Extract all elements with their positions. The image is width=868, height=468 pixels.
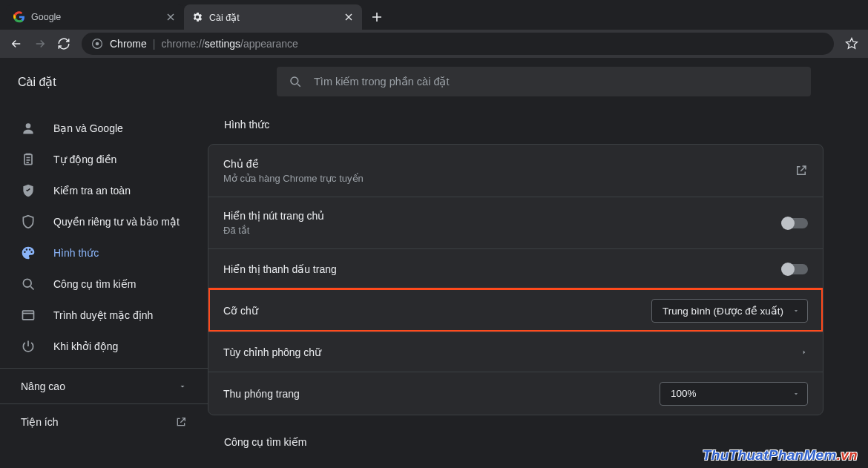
select-value: 100%: [671, 388, 697, 399]
sidebar-item-label: Tự động điền: [53, 154, 116, 165]
tab-strip: Google Cài đặt: [0, 0, 868, 30]
sidebar-item-appearance[interactable]: Hình thức: [0, 237, 196, 268]
sidebar-extensions[interactable]: Tiện ích: [0, 403, 208, 439]
sidebar-item-label: Quyền riêng tư và bảo mật: [53, 216, 180, 228]
palette-icon: [21, 245, 36, 260]
row-label: Hiển thị nút trang chủ: [223, 210, 783, 222]
reload-button[interactable]: [53, 33, 74, 54]
sidebar-item-label: Công cụ tìm kiếm: [53, 278, 136, 290]
window-icon: [21, 308, 36, 323]
page-title: Cài đặt: [18, 75, 277, 89]
sidebar-item-on-startup[interactable]: Khi khởi động: [0, 331, 196, 362]
shield-check-icon: [21, 183, 36, 198]
page-zoom-select[interactable]: 100%: [660, 382, 808, 406]
tab-title: Google: [31, 12, 165, 22]
main-panel: Hình thức Chủ đề Mở cửa hàng Chrome trực…: [208, 105, 868, 468]
search-input[interactable]: [314, 76, 799, 88]
close-icon[interactable]: [343, 11, 355, 23]
chrome-icon: [92, 39, 102, 49]
row-theme[interactable]: Chủ đề Mở cửa hàng Chrome trực tuyến: [208, 145, 823, 197]
power-icon: [21, 339, 36, 354]
shield-icon: [21, 214, 36, 229]
external-link-icon: [175, 416, 187, 428]
sidebar-item-privacy[interactable]: Quyền riêng tư và bảo mật: [0, 206, 196, 237]
home-button-toggle[interactable]: [783, 218, 808, 228]
sidebar-item-safety-check[interactable]: Kiểm tra an toàn: [0, 175, 196, 206]
new-tab-button[interactable]: [366, 7, 387, 27]
chevron-down-icon: [178, 382, 187, 391]
row-customize-fonts[interactable]: Tùy chỉnh phông chữ: [208, 332, 823, 372]
chevron-down-icon: [792, 307, 800, 314]
gear-icon: [191, 11, 203, 23]
chevron-right-icon: [800, 347, 808, 357]
svg-point-1: [96, 42, 99, 46]
svg-rect-6: [23, 311, 34, 320]
select-value: Trung bình (Được đề xuất): [662, 305, 783, 317]
sidebar-item-search-engine[interactable]: Công cụ tìm kiếm: [0, 268, 196, 300]
row-label: Hiển thị thanh dấu trang: [223, 263, 783, 275]
chevron-down-icon: [792, 390, 800, 398]
tab-title: Cài đặt: [209, 12, 343, 23]
sidebar-item-label: Khi khởi động: [53, 340, 118, 352]
back-button[interactable]: [6, 33, 27, 54]
row-home-button: Hiển thị nút trang chủ Đã tắt: [208, 197, 823, 248]
font-size-select[interactable]: Trung bình (Được đề xuất): [651, 299, 808, 323]
sidebar-item-label: Trình duyệt mặc định: [53, 309, 153, 321]
url-host: settings: [205, 38, 240, 50]
row-font-size: Cỡ chữ Trung bình (Được đề xuất): [208, 289, 823, 332]
person-icon: [21, 121, 36, 136]
settings-search[interactable]: [277, 67, 811, 96]
search-icon: [21, 277, 36, 291]
toolbar: Chrome | chrome://settings/appearance: [0, 30, 868, 58]
bookmark-star-icon[interactable]: [841, 33, 862, 54]
svg-point-2: [291, 77, 298, 85]
url-scheme: Chrome: [110, 38, 147, 50]
row-label: Cỡ chữ: [223, 305, 651, 317]
sidebar-item-default-browser[interactable]: Trình duyệt mặc định: [0, 300, 196, 331]
sidebar: Bạn và Google Tự động điền Kiểm tra an t…: [0, 105, 208, 468]
watermark: ThuThuatPhanMem.vn: [703, 447, 858, 464]
sidebar-advanced[interactable]: Nâng cao: [0, 368, 208, 403]
forward-button[interactable]: [30, 33, 50, 54]
row-label: Chủ đề: [223, 158, 795, 170]
close-icon[interactable]: [165, 11, 177, 23]
sidebar-extensions-label: Tiện ích: [21, 416, 59, 428]
section-title-appearance: Hình thức: [224, 119, 823, 131]
bookmarks-bar-toggle[interactable]: [783, 264, 808, 274]
svg-point-3: [26, 123, 31, 128]
tab-google[interactable]: Google: [6, 4, 184, 30]
row-sublabel: Mở cửa hàng Chrome trực tuyến: [223, 173, 795, 184]
clipboard-icon: [21, 152, 36, 167]
sidebar-advanced-label: Nâng cao: [21, 380, 65, 392]
svg-point-5: [23, 279, 31, 287]
sidebar-item-you-and-google[interactable]: Bạn và Google: [0, 113, 196, 144]
sidebar-item-autofill[interactable]: Tự động điền: [0, 144, 196, 175]
sidebar-item-label: Hình thức: [53, 247, 99, 259]
sidebar-item-label: Bạn và Google: [53, 122, 123, 134]
row-sublabel: Đã tắt: [223, 225, 783, 236]
row-page-zoom: Thu phóng trang 100%: [208, 372, 823, 415]
row-label: Thu phóng trang: [223, 388, 660, 400]
tab-settings[interactable]: Cài đặt: [184, 4, 362, 30]
row-bookmarks-bar: Hiển thị thanh dấu trang: [208, 248, 823, 289]
section-title-search-engine: Công cụ tìm kiếm: [224, 436, 823, 448]
external-link-icon: [795, 164, 808, 177]
row-label: Tùy chỉnh phông chữ: [223, 346, 800, 358]
google-favicon: [13, 11, 25, 23]
sidebar-item-label: Kiểm tra an toàn: [53, 185, 131, 197]
search-icon: [289, 75, 302, 88]
appearance-card: Chủ đề Mở cửa hàng Chrome trực tuyến Hiể…: [208, 144, 823, 415]
url-pre: chrome://: [161, 38, 204, 50]
address-bar[interactable]: Chrome | chrome://settings/appearance: [82, 33, 834, 55]
url-post: /appearance: [240, 38, 298, 50]
